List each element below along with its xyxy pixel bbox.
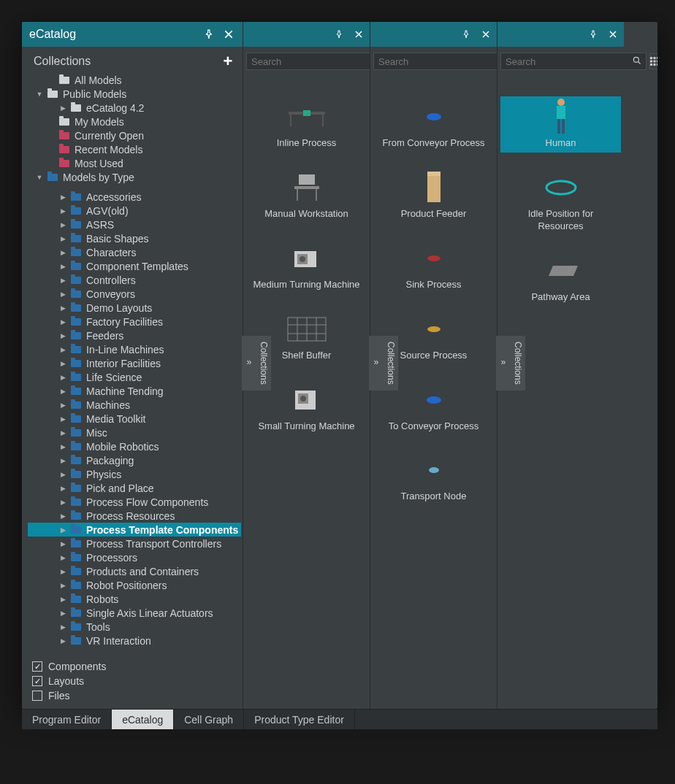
caret-icon[interactable]: ▶ <box>58 193 67 201</box>
caret-icon[interactable]: ▶ <box>58 359 67 368</box>
tree-item[interactable]: ▶Conveyors <box>28 287 241 301</box>
caret-icon[interactable]: ▶ <box>58 484 67 493</box>
caret-icon[interactable]: ▶ <box>58 276 67 285</box>
tree-item[interactable]: ▶Machine Tending <box>28 384 241 398</box>
close-icon[interactable] <box>222 28 235 41</box>
bottom-tab[interactable]: Cell Graph <box>174 710 244 729</box>
search-input[interactable] <box>500 53 647 70</box>
caret-icon[interactable]: ▶ <box>58 220 67 229</box>
bottom-tab[interactable]: Program Editor <box>22 710 112 729</box>
caret-icon[interactable]: ▶ <box>58 567 67 576</box>
tree-item[interactable]: ▶eCatalog 4.2 <box>28 101 241 115</box>
tree-item[interactable]: ▼Public Models <box>28 87 241 101</box>
caret-icon[interactable]: ▼ <box>35 90 44 99</box>
caret-icon[interactable] <box>47 76 56 85</box>
caret-icon[interactable]: ▶ <box>58 623 67 631</box>
close-icon[interactable] <box>352 28 365 41</box>
caret-icon[interactable]: ▶ <box>58 609 67 618</box>
tree-item[interactable]: ▶Media Toolkit <box>28 412 241 426</box>
caret-icon[interactable]: ▶ <box>58 498 67 507</box>
filter-checkbox[interactable]: Files <box>32 688 232 703</box>
caret-icon[interactable]: ▶ <box>58 318 67 326</box>
tree-item[interactable]: ▶Tools <box>28 620 241 634</box>
caret-icon[interactable]: ▶ <box>58 512 67 520</box>
gallery-item[interactable]: Transport Node <box>373 450 494 506</box>
collections-side-tab[interactable]: Collections « <box>242 336 271 391</box>
tree-item[interactable]: ▶Accessories <box>28 190 241 204</box>
tree-item[interactable]: ▶Process Resources <box>28 509 241 523</box>
tree-item[interactable]: ▶Mobile Robotics <box>28 439 241 453</box>
tree-item[interactable]: ▶ASRS <box>28 218 241 231</box>
tree-item[interactable]: ▶Machines <box>28 398 241 412</box>
gallery-item[interactable]: Product Feeder <box>373 167 494 223</box>
tree-item[interactable]: ▶Life Science <box>28 370 241 384</box>
gallery-item[interactable]: Manual Workstation <box>246 167 367 223</box>
tree-item[interactable]: ▶Physics <box>28 467 241 481</box>
caret-icon[interactable]: ▶ <box>58 428 67 437</box>
tree-item[interactable]: ▶Component Templates <box>28 259 241 273</box>
tree-item[interactable]: ▶Factory Facilities <box>28 315 241 328</box>
tree-item[interactable]: ▼Models by Type <box>28 170 241 184</box>
caret-icon[interactable]: ▶ <box>58 401 67 410</box>
collections-side-tab[interactable]: Collections « <box>496 336 525 391</box>
pin-icon[interactable] <box>587 28 600 41</box>
bottom-tab[interactable]: eCatalog <box>112 710 174 729</box>
caret-icon[interactable]: ▶ <box>58 581 67 590</box>
caret-icon[interactable]: ▶ <box>58 345 67 354</box>
caret-icon[interactable]: ▶ <box>58 331 67 340</box>
caret-icon[interactable]: ▶ <box>58 304 67 312</box>
tree-item[interactable]: All Models <box>28 73 241 87</box>
caret-icon[interactable] <box>47 159 56 168</box>
caret-icon[interactable]: ▶ <box>58 262 67 271</box>
gallery-item[interactable]: Sink Process <box>373 238 494 294</box>
tree-item[interactable]: ▶Misc <box>28 426 241 439</box>
close-icon[interactable] <box>606 28 619 41</box>
caret-icon[interactable]: ▶ <box>58 290 67 299</box>
gallery-item[interactable]: Inline Process <box>246 96 367 153</box>
tree-item[interactable]: ▶Characters <box>28 245 241 259</box>
tree-item[interactable]: Most Used <box>28 156 241 170</box>
tree-item[interactable]: ▶Robots <box>28 592 241 606</box>
collections-side-tab[interactable]: Collections « <box>369 336 398 391</box>
caret-icon[interactable]: ▶ <box>58 539 67 548</box>
caret-icon[interactable]: ▶ <box>58 637 67 645</box>
caret-icon[interactable]: ▼ <box>35 173 44 182</box>
caret-icon[interactable]: ▶ <box>58 415 67 423</box>
caret-icon[interactable]: ▶ <box>58 373 67 382</box>
gallery-item[interactable]: Pathway Area <box>500 250 621 307</box>
caret-icon[interactable]: ▶ <box>58 526 67 534</box>
tree-item[interactable]: ▶In-Line Machines <box>28 342 241 356</box>
pin-icon[interactable] <box>203 28 216 41</box>
caret-icon[interactable]: ▶ <box>58 104 67 112</box>
collections-tree[interactable]: All Models▼Public Models▶eCatalog 4.2My … <box>22 73 243 653</box>
caret-icon[interactable]: ▶ <box>58 442 67 451</box>
caret-icon[interactable]: ▶ <box>58 470 67 479</box>
tree-item[interactable]: ▶Process Flow Components <box>28 495 241 509</box>
pin-icon[interactable] <box>460 28 473 41</box>
filter-checkbox[interactable]: Layouts <box>32 674 232 688</box>
tree-item[interactable]: My Models <box>28 115 241 128</box>
tree-item[interactable]: ▶Single Axis Linear Actuators <box>28 606 241 620</box>
caret-icon[interactable]: ▶ <box>58 553 67 562</box>
tree-item[interactable]: ▶Robot Positioners <box>28 578 241 592</box>
tree-item[interactable]: ▶Products and Containers <box>28 564 241 578</box>
caret-icon[interactable]: ▶ <box>58 234 67 243</box>
gallery-item[interactable]: Idle Position for Resources <box>500 167 621 236</box>
grid-view-button[interactable] <box>649 53 657 69</box>
caret-icon[interactable]: ▶ <box>58 456 67 465</box>
caret-icon[interactable]: ▶ <box>58 387 67 396</box>
caret-icon[interactable] <box>47 118 56 126</box>
bottom-tab[interactable]: Product Type Editor <box>244 710 355 729</box>
tree-item[interactable]: ▶Processors <box>28 550 241 564</box>
tree-item[interactable]: ▶Demo Layouts <box>28 301 241 315</box>
filter-checkbox[interactable]: Components <box>32 659 232 674</box>
caret-icon[interactable]: ▶ <box>58 207 67 215</box>
tree-item[interactable]: Recent Models <box>28 142 241 156</box>
tree-item[interactable]: ▶Process Transport Controllers <box>28 537 241 550</box>
tree-item[interactable]: ▶Pick and Place <box>28 481 241 495</box>
close-icon[interactable] <box>479 28 492 41</box>
add-collection-button[interactable]: + <box>221 54 235 69</box>
gallery-item[interactable]: Human <box>500 96 621 153</box>
pin-icon[interactable] <box>333 28 346 41</box>
gallery-item[interactable]: Medium Turning Machine <box>246 238 367 294</box>
